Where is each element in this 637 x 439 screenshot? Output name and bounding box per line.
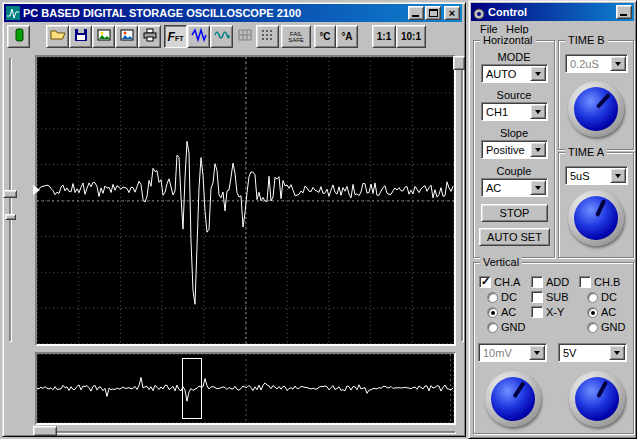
sub-label: SUB bbox=[546, 291, 569, 303]
chb-gnd-radio[interactable]: GND bbox=[587, 321, 625, 333]
copy-image-button[interactable] bbox=[115, 25, 138, 48]
control-window: Control File Help Horizontal MODE AUTO S… bbox=[468, 0, 637, 439]
deg-c-button[interactable]: °C bbox=[314, 25, 336, 48]
export-image-button[interactable] bbox=[92, 25, 115, 48]
fft-button[interactable]: F FT bbox=[164, 25, 187, 48]
chb-knob-pointer bbox=[596, 380, 608, 398]
control-icon[interactable] bbox=[473, 6, 485, 18]
time-b-knob[interactable] bbox=[568, 81, 624, 137]
time-a-dropdown-arrow-icon[interactable] bbox=[610, 168, 626, 183]
cha-gnd-radio[interactable]: GND bbox=[487, 321, 525, 333]
dotted-grid-button[interactable] bbox=[256, 25, 279, 48]
waveform-teal-icon bbox=[214, 27, 230, 47]
vertical-group: Vertical CH.A ADD CH.B DC SUB bbox=[473, 262, 634, 434]
waveform-a-button[interactable] bbox=[187, 25, 210, 48]
right-slider-thumb[interactable] bbox=[453, 56, 465, 70]
left-slider-track[interactable] bbox=[9, 58, 12, 342]
chb-scale-dropdown-arrow-icon[interactable] bbox=[609, 345, 625, 360]
run-button[interactable] bbox=[7, 25, 30, 48]
time-b-knob-pointer bbox=[596, 93, 611, 109]
stop-button[interactable]: STOP bbox=[481, 204, 548, 222]
cha-scale-dropdown-arrow-icon[interactable] bbox=[529, 345, 545, 360]
grid-button[interactable] bbox=[233, 25, 256, 48]
print-button[interactable] bbox=[138, 25, 161, 48]
time-a-knob-pointer bbox=[595, 199, 606, 217]
time-b-select[interactable]: 0.2uS bbox=[565, 54, 628, 73]
couple-label: Couple bbox=[474, 165, 554, 177]
deg-a-button[interactable]: °A bbox=[336, 25, 358, 48]
cha-gnd-label: GND bbox=[501, 321, 525, 333]
add-label: ADD bbox=[546, 276, 569, 288]
open-button[interactable] bbox=[46, 25, 69, 48]
add-checkbox[interactable]: ADD bbox=[531, 276, 569, 288]
fail-safe-button[interactable]: FAIL SAFE bbox=[281, 25, 311, 48]
waveform-b-button[interactable] bbox=[210, 25, 233, 48]
auto-set-button[interactable]: AUTO SET bbox=[479, 228, 550, 246]
xy-checkbox-box[interactable] bbox=[531, 306, 543, 318]
save-button[interactable] bbox=[69, 25, 92, 48]
probe-10-1-button[interactable]: 10:1 bbox=[396, 25, 426, 48]
main-titlebar[interactable]: PC BASED DIGITAL STORAGE OSCILLOSCOPE 21… bbox=[4, 4, 462, 22]
cha-ac-radio-circle[interactable] bbox=[487, 307, 498, 318]
cha-dc-radio[interactable]: DC bbox=[487, 291, 517, 303]
chb-checkbox[interactable]: CH.B bbox=[579, 276, 620, 288]
time-b-dropdown-arrow-icon[interactable] bbox=[610, 56, 626, 71]
time-b-group: TIME B 0.2uS bbox=[558, 40, 634, 150]
cha-knob-ball bbox=[491, 377, 535, 421]
cha-dc-radio-circle[interactable] bbox=[487, 292, 498, 303]
add-checkbox-box[interactable] bbox=[531, 276, 543, 288]
time-a-value: 5uS bbox=[566, 170, 610, 182]
time-a-select[interactable]: 5uS bbox=[565, 166, 628, 185]
minimize-button[interactable] bbox=[408, 6, 424, 20]
right-slider-track[interactable] bbox=[461, 58, 464, 342]
chb-label: CH.B bbox=[594, 276, 620, 288]
control-titlebar[interactable]: Control bbox=[471, 3, 634, 21]
minimize-icon bbox=[412, 15, 419, 17]
cha-volts-knob[interactable] bbox=[485, 371, 541, 427]
overview-selection-box[interactable] bbox=[182, 358, 202, 419]
chb-checkbox-box[interactable] bbox=[579, 276, 591, 288]
xy-checkbox[interactable]: X-Y bbox=[531, 306, 564, 318]
slope-select[interactable]: Positive bbox=[481, 140, 548, 159]
cha-scale-select[interactable]: 10mV bbox=[478, 343, 547, 362]
mode-dropdown-arrow-icon[interactable] bbox=[530, 66, 546, 81]
bottom-slider-track[interactable] bbox=[35, 431, 456, 434]
chb-gnd-radio-circle[interactable] bbox=[587, 322, 598, 333]
chb-dc-radio[interactable]: DC bbox=[587, 291, 617, 303]
left-slider-thumb-lower[interactable] bbox=[5, 214, 16, 220]
source-dropdown-arrow-icon[interactable] bbox=[530, 104, 546, 119]
probe-1-1-button[interactable]: 1:1 bbox=[372, 25, 396, 48]
couple-dropdown-arrow-icon[interactable] bbox=[530, 180, 546, 195]
close-button[interactable]: × bbox=[444, 6, 460, 20]
time-a-knob[interactable] bbox=[568, 190, 624, 246]
trigger-marker-icon[interactable] bbox=[33, 185, 40, 195]
couple-select[interactable]: AC bbox=[481, 178, 548, 197]
mode-select[interactable]: AUTO bbox=[481, 64, 548, 83]
control-minimize-button[interactable] bbox=[616, 5, 632, 19]
probe-1-1-label: 1:1 bbox=[377, 32, 391, 42]
app-icon[interactable] bbox=[6, 6, 20, 20]
source-select[interactable]: CH1 bbox=[481, 102, 548, 121]
xy-label: X-Y bbox=[546, 306, 564, 318]
chb-ac-radio-circle[interactable] bbox=[587, 307, 598, 318]
slope-dropdown-arrow-icon[interactable] bbox=[530, 142, 546, 157]
chb-scale-value: 5V bbox=[559, 347, 609, 359]
cha-gnd-radio-circle[interactable] bbox=[487, 322, 498, 333]
image-icon bbox=[96, 27, 112, 47]
chb-ac-radio[interactable]: AC bbox=[587, 306, 616, 318]
cha-checkbox-box[interactable] bbox=[479, 276, 491, 288]
fft-icon: F FT bbox=[168, 31, 184, 43]
grid-icon bbox=[237, 27, 253, 47]
left-slider-thumb-upper[interactable] bbox=[3, 190, 17, 198]
sub-checkbox[interactable]: SUB bbox=[531, 291, 569, 303]
main-window-title: PC BASED DIGITAL STORAGE OSCILLOSCOPE 21… bbox=[23, 7, 405, 19]
bottom-slider-thumb[interactable] bbox=[33, 426, 57, 436]
chb-scale-select[interactable]: 5V bbox=[558, 343, 627, 362]
maximize-button[interactable] bbox=[425, 6, 441, 20]
chb-dc-radio-circle[interactable] bbox=[587, 292, 598, 303]
cha-checkbox[interactable]: CH.A bbox=[479, 276, 520, 288]
sub-checkbox-box[interactable] bbox=[531, 291, 543, 303]
overview-trace bbox=[37, 354, 454, 423]
chb-volts-knob[interactable] bbox=[569, 371, 625, 427]
cha-ac-radio[interactable]: AC bbox=[487, 306, 516, 318]
